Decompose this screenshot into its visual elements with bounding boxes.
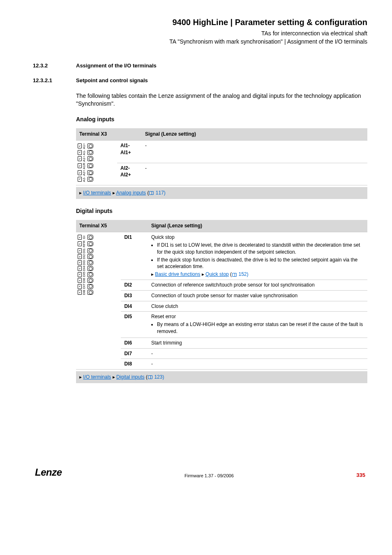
digital-row-signal: Quick stopIf DI1 is set to LOW level, th… bbox=[148, 232, 367, 280]
screw-icon bbox=[78, 163, 82, 168]
page-number: 335 bbox=[356, 472, 365, 479]
section-12-3-2: 12.3.2 Assignment of the I/O terminals bbox=[33, 62, 367, 69]
digital-inputs-heading: Digital inputs bbox=[76, 207, 367, 215]
plug-icon bbox=[88, 248, 93, 253]
plug-icon bbox=[88, 156, 93, 161]
screw-icon bbox=[78, 248, 82, 253]
page-header: 9400 HighLine | Parameter setting & conf… bbox=[33, 16, 367, 46]
section-title: Assignment of the I/O terminals bbox=[76, 62, 367, 69]
link-io-terminals-2[interactable]: I/O terminals bbox=[83, 374, 111, 380]
digital-row-label: DI1 bbox=[121, 232, 148, 280]
pin-label: DI4 bbox=[83, 266, 87, 271]
screw-icon bbox=[78, 290, 82, 295]
section-number: 12.3.2 bbox=[33, 62, 76, 69]
plug-icon bbox=[88, 266, 93, 271]
screw-icon bbox=[78, 150, 82, 155]
digital-row-signal: - bbox=[148, 359, 367, 370]
pin-label: A2+ bbox=[83, 170, 87, 176]
plug-icon bbox=[88, 235, 93, 240]
digital-col1-header: Terminal X5 bbox=[76, 220, 148, 232]
digital-row-signal: - bbox=[148, 348, 367, 359]
analog-inputs-heading: Analog inputs bbox=[76, 116, 367, 124]
digital-row-label: DI3 bbox=[121, 290, 148, 301]
subsection-title: Setpoint and control signals bbox=[76, 77, 367, 84]
pin-label: A1- bbox=[83, 150, 87, 155]
pin-label: DI3 bbox=[83, 260, 87, 265]
digital-row-label: DI6 bbox=[121, 338, 148, 348]
book-icon bbox=[232, 273, 237, 277]
screw-icon bbox=[78, 143, 82, 148]
digital-row-signal: Connection of reference switch/touch pro… bbox=[148, 280, 367, 290]
screw-icon bbox=[78, 156, 82, 161]
plug-icon bbox=[88, 150, 93, 155]
screw-icon bbox=[78, 170, 82, 175]
screw-icon bbox=[78, 235, 82, 240]
digital-row-signal: Reset errorBy means of a LOW-HIGH edge a… bbox=[148, 312, 367, 338]
screw-icon bbox=[78, 272, 82, 277]
plug-icon bbox=[88, 177, 93, 182]
pin-label: RFR bbox=[83, 240, 87, 247]
terminal-x5-diagram: GIRFRDI1DI2DI3DI4DI5DI6DI7DI8 bbox=[76, 232, 121, 370]
header-sub2: TA "Synchronism with mark synchronisatio… bbox=[33, 38, 367, 46]
link-io-terminals[interactable]: I/O terminals bbox=[83, 190, 111, 196]
intro-paragraph: The following tables contain the Lenze a… bbox=[76, 92, 367, 108]
link-analog-inputs[interactable]: Analog inputs bbox=[116, 190, 146, 196]
pin-label: A2- bbox=[83, 177, 87, 182]
page-footer: Lenze Firmware 1.37 - 09/2006 335 bbox=[33, 465, 367, 479]
subsection-number: 12.3.2.1 bbox=[33, 77, 76, 84]
plug-icon bbox=[88, 260, 93, 265]
plug-icon bbox=[88, 163, 93, 168]
analog-linkbar: ▸ I/O terminals ▸ Analog inputs ( 117) bbox=[76, 187, 367, 199]
screw-icon bbox=[78, 260, 82, 265]
plug-icon bbox=[88, 272, 93, 277]
digital-inputs-table: Terminal X5 Signal (Lenze setting) GIRFR… bbox=[76, 220, 367, 370]
analog-row1-label: AI2-AI2+ bbox=[117, 163, 142, 185]
screw-icon bbox=[78, 177, 82, 182]
analog-inputs-table: Terminal X3 Signal (Lenze setting) A1+A1… bbox=[76, 128, 367, 185]
plug-icon bbox=[88, 290, 93, 295]
link-basic-drive[interactable]: Basic drive functions bbox=[155, 271, 200, 277]
firmware-text: Firmware 1.37 - 09/2006 bbox=[184, 473, 234, 479]
digital-row-signal: Close clutch bbox=[148, 301, 367, 312]
screw-icon bbox=[78, 254, 82, 259]
header-title: 9400 HighLine | Parameter setting & conf… bbox=[33, 16, 367, 28]
pin-label: DI8 bbox=[83, 290, 87, 295]
plug-icon bbox=[88, 143, 93, 148]
digital-row-label: DI2 bbox=[121, 280, 148, 290]
digital-row-label: DI8 bbox=[121, 359, 148, 370]
pin-label: DI2 bbox=[83, 254, 87, 259]
digital-row-label: DI7 bbox=[121, 348, 148, 359]
lenze-logo: Lenze bbox=[35, 465, 62, 479]
pin-label: A1+ bbox=[83, 143, 87, 149]
pin-label: A1R bbox=[83, 163, 87, 169]
digital-row-label: DI5 bbox=[121, 312, 148, 338]
plug-icon bbox=[88, 241, 93, 246]
pin-label: DI6 bbox=[83, 278, 87, 283]
analog-row0-signal: - bbox=[142, 141, 367, 163]
plug-icon bbox=[88, 170, 93, 175]
header-sub1: TAs for interconnection via electrical s… bbox=[33, 30, 367, 38]
link-digital-inputs[interactable]: Digital inputs bbox=[116, 374, 145, 380]
plug-icon bbox=[88, 278, 93, 283]
plug-icon bbox=[88, 254, 93, 259]
screw-icon bbox=[78, 278, 82, 283]
pin-label: DI7 bbox=[83, 284, 87, 289]
analog-col2-header: Signal (Lenze setting) bbox=[142, 128, 367, 140]
pin-label: GI bbox=[83, 236, 87, 239]
link-quick-stop[interactable]: Quick stop bbox=[205, 271, 229, 277]
digital-linkbar: ▸ I/O terminals ▸ Digital inputs ( 123) bbox=[76, 371, 367, 383]
plug-icon bbox=[88, 284, 93, 289]
pin-label: DI5 bbox=[83, 272, 87, 277]
analog-row1-signal: - bbox=[142, 163, 367, 185]
analog-col1-header: Terminal X3 bbox=[76, 128, 142, 140]
book-icon bbox=[149, 191, 154, 195]
analog-row0-label: AI1-AI1+ bbox=[117, 141, 142, 163]
digital-row-signal: Connection of touch probe sensor for mas… bbox=[148, 290, 367, 301]
pin-label: DI1 bbox=[83, 248, 87, 253]
digital-row-label: DI4 bbox=[121, 301, 148, 312]
screw-icon bbox=[78, 241, 82, 246]
section-12-3-2-1: 12.3.2.1 Setpoint and control signals bbox=[33, 77, 367, 84]
digital-row-signal: Start trimming bbox=[148, 338, 367, 348]
terminal-x3-diagram: A1+A1-A1+A1RA2+A2- bbox=[76, 141, 117, 185]
digital-col2-header: Signal (Lenze setting) bbox=[148, 220, 367, 232]
